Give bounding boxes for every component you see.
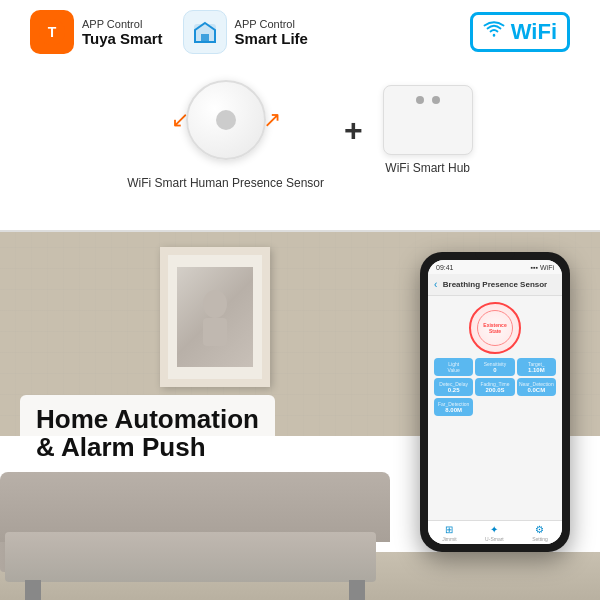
smartlife-badge-text: APP Control Smart Life: [235, 18, 308, 47]
stat-near-detection: Near_Detection 0.0CM: [517, 378, 556, 396]
stat-light: LightValue: [434, 358, 473, 376]
sensor-circle: [186, 80, 266, 160]
nav-setting-icon: ⚙: [535, 524, 544, 535]
radar-circle: Existence State: [469, 302, 521, 354]
hub-label: WiFi Smart Hub: [385, 161, 470, 175]
hub-dot-1: [416, 96, 424, 104]
smartlife-badge: APP Control Smart Life: [183, 10, 308, 54]
svg-rect-3: [201, 34, 209, 42]
phone-nav: ⊞ Jimmit ✦ U-Smart ⚙ Setting: [428, 520, 562, 544]
tuya-logo: T: [30, 10, 74, 54]
products-row: ↙ ↗ WiFi Smart Human Presence Sensor + W…: [20, 70, 580, 190]
phone-container: 09:41 ▪▪▪ WiFi ‹ Breathing Presence Sens…: [420, 252, 570, 552]
stats-grid: LightValue Sensitivity 0 Target_ 1.10M: [434, 358, 556, 416]
bottom-section: Home Automation & Alarm Push 09:41 ▪▪▪ W…: [0, 232, 600, 600]
back-arrow-icon[interactable]: ‹: [434, 279, 437, 290]
radar-inner: Existence State: [477, 310, 513, 346]
smartlife-app-label: APP Control: [235, 18, 308, 30]
sensor-label: WiFi Smart Human Presence Sensor: [127, 176, 324, 190]
nav-smart-icon: ✦: [490, 524, 498, 535]
hub-dot-2: [432, 96, 440, 104]
radar-text: Existence State: [483, 322, 506, 335]
phone-content: Existence State LightValue Sensitivity: [428, 296, 562, 520]
nav-smart-label: U-Smart: [485, 536, 504, 542]
sensor-image: ↙ ↗: [171, 70, 281, 170]
promo-line1: Home Automation: [36, 405, 259, 434]
phone-header-title: Breathing Presence Sensor: [443, 280, 547, 289]
phone-outer: 09:41 ▪▪▪ WiFi ‹ Breathing Presence Sens…: [420, 252, 570, 552]
tuya-badge: T APP Control Tuya Smart: [30, 10, 163, 54]
sofa-leg-right: [349, 580, 365, 600]
top-section: T APP Control Tuya Smart APP Control Sma…: [0, 0, 600, 230]
picture-inner: [177, 267, 252, 366]
wifi-badge: WiFi: [470, 12, 570, 52]
promo-text-box: Home Automation & Alarm Push: [20, 395, 275, 472]
tuya-name: Tuya Smart: [82, 30, 163, 47]
picture-frame: [160, 247, 270, 387]
svg-rect-5: [203, 318, 227, 346]
nav-home-label: Jimmit: [442, 536, 456, 542]
sensor-item: ↙ ↗ WiFi Smart Human Presence Sensor: [127, 70, 324, 190]
tuya-badge-text: APP Control Tuya Smart: [82, 18, 163, 47]
phone-screen: 09:41 ▪▪▪ WiFi ‹ Breathing Presence Sens…: [428, 260, 562, 544]
plus-sign: +: [344, 112, 363, 149]
app-badges: T APP Control Tuya Smart APP Control Sma…: [20, 10, 580, 54]
sofa-seat: [5, 532, 376, 582]
stat-sensitivity: Sensitivity 0: [475, 358, 514, 376]
stat-far-detection: Far_Detection 8.00M: [434, 398, 473, 416]
nav-smart[interactable]: ✦ U-Smart: [485, 524, 504, 542]
phone-header: ‹ Breathing Presence Sensor: [428, 274, 562, 296]
smartlife-name: Smart Life: [235, 30, 308, 47]
smartlife-logo: [183, 10, 227, 54]
hub-dots: [414, 94, 442, 106]
hub-item: WiFi Smart Hub: [383, 85, 473, 175]
stat-detec-delay: Detec_Delay 0.25: [434, 378, 473, 396]
phone-signal: ▪▪▪ WiFi: [531, 264, 554, 271]
phone-notch: [475, 252, 515, 260]
stat-fading-time: Fading_Time 200.0S: [475, 378, 514, 396]
nav-home[interactable]: ⊞ Jimmit: [442, 524, 456, 542]
nav-setting[interactable]: ⚙ Setting: [532, 524, 548, 542]
hub-image: [383, 85, 473, 155]
svg-text:T: T: [48, 24, 57, 40]
phone-statusbar: 09:41 ▪▪▪ WiFi: [428, 260, 562, 274]
arrow-right-icon: ↗: [263, 107, 281, 133]
wifi-label: WiFi: [511, 19, 557, 45]
promo-line2: & Alarm Push: [36, 433, 259, 462]
sofa-leg-left: [25, 580, 41, 600]
svg-point-4: [203, 290, 227, 318]
nav-home-icon: ⊞: [445, 524, 453, 535]
phone-time: 09:41: [436, 264, 454, 271]
stat-target: Target_ 1.10M: [517, 358, 556, 376]
tuya-app-label: APP Control: [82, 18, 163, 30]
wifi-icon: [483, 21, 505, 44]
nav-setting-label: Setting: [532, 536, 548, 542]
